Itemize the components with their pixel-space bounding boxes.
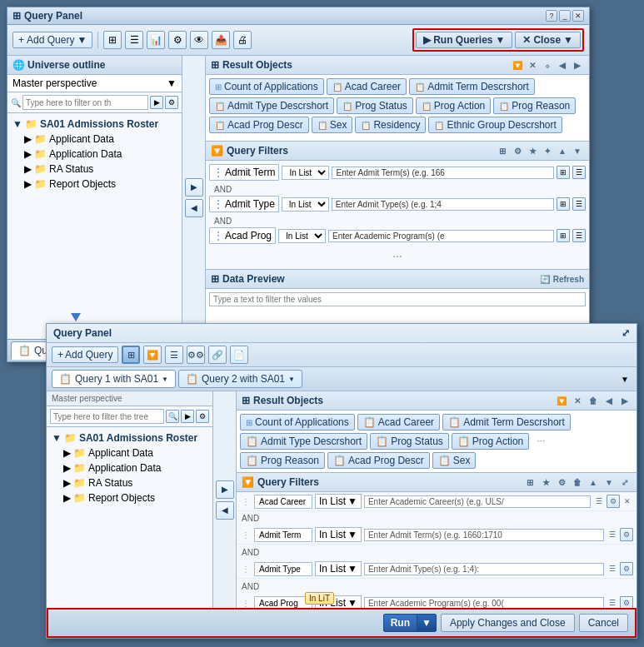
bottom-list-button[interactable]: ☰: [165, 346, 183, 364]
filter-list-button-2[interactable]: ☰: [572, 197, 586, 211]
bqf-down-btn[interactable]: ▼: [602, 475, 616, 489]
bottom-table-button[interactable]: ⊞: [122, 346, 140, 364]
filter-pick-button-3[interactable]: ⊞: [557, 229, 570, 242]
list-view-button[interactable]: ☰: [125, 31, 143, 49]
bottom-filter-op-acad-career[interactable]: In List ▼: [315, 494, 362, 509]
export-button[interactable]: 📤: [212, 31, 230, 49]
tree-node-applicant[interactable]: ▶ 📁 Applicant Data: [21, 132, 180, 147]
chip-residency[interactable]: 📋 Residency: [355, 117, 426, 133]
bottom-chip-count[interactable]: ⊞ Count of Applications: [240, 414, 355, 431]
footer-cancel-button[interactable]: Cancel: [579, 614, 628, 632]
table-view-button[interactable]: ⊞: [103, 31, 122, 49]
footer-run-button[interactable]: Run ▼: [383, 614, 437, 632]
filter-action-close-1[interactable]: ✕: [622, 495, 633, 507]
filter-action-settings-2[interactable]: ⚙: [620, 528, 633, 541]
bottom-chip-admit-term[interactable]: 📋 Admit Term Descrshort: [442, 414, 571, 431]
chip-count-applications[interactable]: ⊞ Count of Applications: [209, 78, 324, 95]
bottom-delete-tool[interactable]: ✕: [571, 394, 584, 407]
preview-filter-input[interactable]: [209, 292, 586, 306]
filter-pick-button-1[interactable]: ⊞: [557, 166, 570, 179]
bottom-link-button[interactable]: 🔗: [208, 346, 227, 364]
chip-ethnic-group[interactable]: 📋 Ethnic Group Descrshort: [428, 117, 562, 133]
bottom-tab2-dropdown[interactable]: ▼: [288, 376, 295, 383]
filter-op-admit-type[interactable]: In List: [282, 197, 329, 212]
run-dropdown-arrow[interactable]: ▼: [417, 615, 436, 631]
bottom-filter-tool[interactable]: 🔽: [555, 394, 568, 407]
bottom-filter-op-admit-type[interactable]: In List ▼: [315, 561, 362, 576]
chip-admit-term[interactable]: 📋 Admit Term Descrshort: [409, 78, 535, 95]
bottom-nav-fwd[interactable]: ▶: [618, 394, 632, 407]
filter-action-list-1[interactable]: ☰: [593, 495, 605, 507]
bottom-search-button[interactable]: 🔍: [166, 410, 179, 423]
sort-tool-button[interactable]: ⬦: [541, 58, 554, 72]
bottom-tab-query1[interactable]: 📋 Query 1 with SA01 ▼: [52, 370, 176, 388]
filter-action-settings-4[interactable]: ⚙: [620, 596, 633, 608]
bottom-doc-button[interactable]: 📄: [230, 346, 248, 364]
filter-action-list-3[interactable]: ☰: [607, 563, 618, 575]
footer-apply-button[interactable]: Apply Changes and Close: [441, 614, 575, 632]
bottom-nav-back[interactable]: ◀: [602, 394, 616, 407]
chip-sex[interactable]: 📋 Sex: [312, 117, 353, 133]
filter-pick-button-2[interactable]: ⊞: [557, 197, 570, 211]
bottom-tree-root[interactable]: ▼ 📁 SA01 Admissions Roster: [48, 431, 211, 445]
qf-tool2-button[interactable]: ⚙: [511, 144, 524, 157]
chip-acad-career[interactable]: 📋 Acad Career: [327, 78, 407, 95]
view-button[interactable]: 👁: [190, 31, 208, 49]
run-queries-button[interactable]: ▶ Run Queries ▼: [416, 32, 512, 48]
bottom-expand-button[interactable]: ▶: [181, 410, 194, 423]
bottom-sidebar-filter-input[interactable]: [50, 409, 164, 424]
bottom-chip-acad-prog[interactable]: 📋 Acad Prog Descr: [327, 452, 430, 469]
bottom-tree-applicant[interactable]: ▶ 📁 Applicant Data: [60, 445, 211, 460]
bottom-chip-acad-career[interactable]: 📋 Acad Career: [357, 414, 440, 431]
bottom-chip-prog-reason[interactable]: 📋 Prog Reason: [240, 452, 325, 469]
bottom-tree-ra-status[interactable]: ▶ 📁 RA Status: [60, 475, 211, 490]
bottom-tab-query2[interactable]: 📋 Query 2 with SA01 ▼: [178, 370, 302, 388]
filter-action-settings-3[interactable]: ⚙: [620, 562, 633, 575]
filter-action-settings-1[interactable]: ⚙: [607, 495, 620, 508]
close-panel-button[interactable]: ✕ Close ▼: [515, 32, 581, 48]
help-button[interactable]: ?: [546, 10, 557, 22]
expand-icon[interactable]: ⤢: [622, 327, 630, 339]
bottom-add-query-button[interactable]: + Add Query: [52, 346, 118, 363]
bottom-filter-button[interactable]: 🔽: [143, 346, 162, 364]
filter-handle-3[interactable]: ⋮: [240, 565, 252, 574]
tree-node-root[interactable]: ▼ 📁 SA01 Admissions Roster: [9, 117, 180, 132]
chip-prog-status[interactable]: 📋 Prog Status: [337, 97, 413, 114]
print-button[interactable]: 🖨: [233, 31, 252, 49]
nav-left-button[interactable]: ◀: [185, 199, 203, 217]
bottom-tree-application[interactable]: ▶ 📁 Application Data: [60, 460, 211, 475]
chip-admit-type[interactable]: 📋 Admit Type Descrshort: [209, 97, 334, 114]
qf-grid-button[interactable]: ⊞: [496, 144, 509, 157]
minimize-button[interactable]: _: [559, 10, 571, 22]
refresh-button[interactable]: 🔄: [538, 272, 552, 286]
bottom-tab1-dropdown[interactable]: ▼: [162, 376, 168, 383]
qf-down-button[interactable]: ▼: [571, 144, 584, 157]
close-button[interactable]: ✕: [572, 10, 584, 22]
chip-acad-prog-descr[interactable]: 📋 Acad Prog Descr: [209, 117, 309, 133]
bottom-filter-op-admit-term[interactable]: In List ▼: [315, 527, 362, 542]
filter-tool-button[interactable]: 🔽: [511, 58, 524, 72]
bqf-delete-btn[interactable]: 🗑: [571, 475, 584, 489]
bottom-chip-prog-status[interactable]: 📋 Prog Status: [370, 433, 449, 450]
qf-star-button[interactable]: ★: [526, 144, 539, 157]
filter-options-button[interactable]: ⚙: [165, 96, 178, 109]
filter-action-list-4[interactable]: ☰: [607, 597, 618, 608]
bottom-trash-tool[interactable]: 🗑: [587, 394, 600, 407]
tree-node-report[interactable]: ▶ 📁 Report Objects: [21, 177, 180, 192]
tree-node-application[interactable]: ▶ 📁 Application Data: [21, 147, 180, 162]
master-perspective-dropdown[interactable]: Master perspective ▼: [7, 75, 182, 92]
tree-node-ra-status[interactable]: ▶ 📁 RA Status: [21, 162, 180, 177]
filter-list-button-3[interactable]: ☰: [572, 229, 586, 242]
bottom-chip-admit-type[interactable]: 📋 Admit Type Descrshort: [240, 433, 367, 450]
collapse-button[interactable]: ▼: [618, 372, 632, 386]
chart-button[interactable]: 📊: [147, 31, 165, 49]
delete-tool-button[interactable]: ✕: [526, 58, 539, 72]
filter-expand-button[interactable]: ▶: [150, 96, 163, 109]
filter-handle-4[interactable]: ⋮: [240, 599, 252, 608]
bqf-settings-btn[interactable]: ⚙: [555, 475, 568, 489]
bqf-up-btn[interactable]: ▲: [587, 475, 600, 489]
filter-op-admit-term[interactable]: In List: [282, 166, 329, 180]
bottom-nav-right[interactable]: ▶: [216, 480, 234, 499]
bqf-grid-btn[interactable]: ⊞: [523, 475, 537, 489]
filter-handle-2[interactable]: ⋮: [240, 530, 252, 540]
